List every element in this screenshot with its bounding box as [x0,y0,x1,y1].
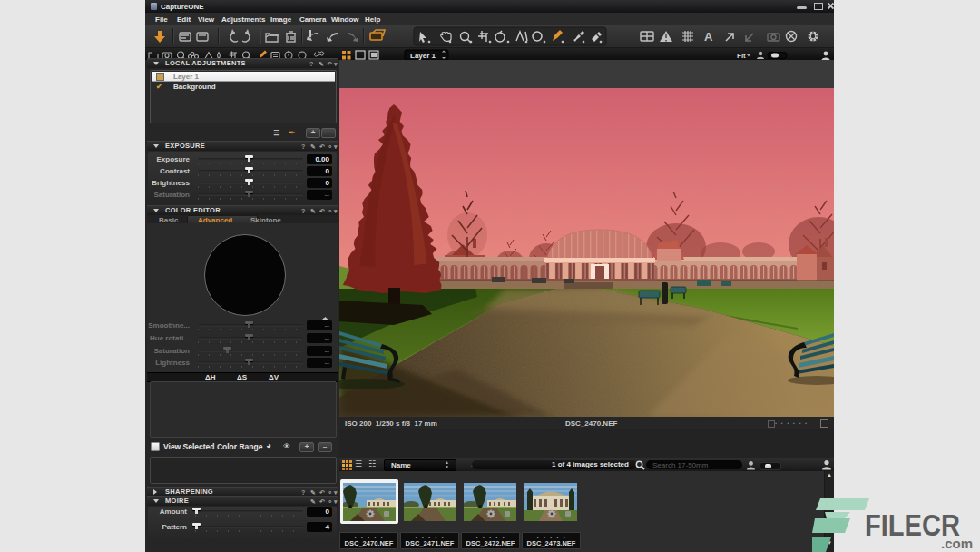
svg-text:Layer 1: Layer 1 [410,52,436,60]
svg-text:Fit: Fit [737,52,746,60]
svg-text:.com: .com [941,536,973,551]
svg-text:A: A [704,30,713,44]
